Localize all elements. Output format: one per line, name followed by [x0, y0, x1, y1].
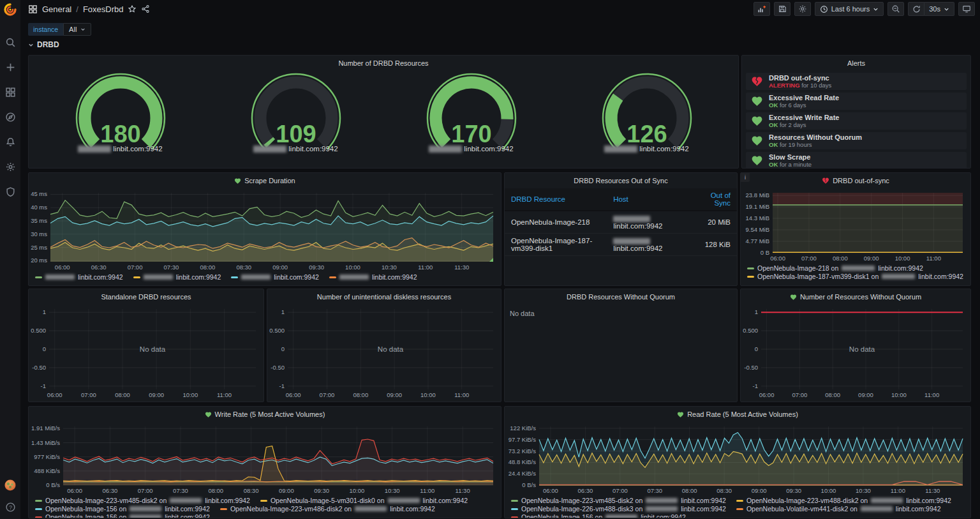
alerting-bell-icon[interactable]: [5, 137, 16, 147]
table-column-header[interactable]: Out of Sync: [695, 188, 737, 211]
panel-title[interactable]: Write Rate (5 Most Active Volumes): [29, 407, 501, 422]
svg-text:08:00: 08:00: [353, 391, 368, 398]
add-panel-button[interactable]: [754, 2, 770, 16]
time-series-plot[interactable]: 0 B/s24.4 KiB/s48.8 KiB/s73.2 KiB/s97.7 …: [505, 422, 970, 496]
clock-icon: [820, 5, 828, 13]
breadcrumb-title[interactable]: FoxesDrbd: [83, 4, 124, 14]
panel-info-corner[interactable]: i: [741, 173, 750, 182]
legend-item[interactable]: OpenNebula-Image-223-vm485-disk2 on linb…: [511, 497, 726, 504]
legend-host-suffix: linbit.com:9942: [78, 273, 123, 281]
svg-text:11:00: 11:00: [217, 391, 232, 398]
alert-item[interactable]: Slow ScrapeOK for a minute: [746, 152, 967, 169]
dashboards-icon[interactable]: [5, 87, 16, 98]
breadcrumb-section[interactable]: General: [42, 4, 71, 14]
time-series-plot[interactable]: 10.5000-0.50-106:0007:0008:0009:0010:001…: [267, 305, 501, 400]
panel-title[interactable]: Read Rate (5 Most Active Volumes): [505, 407, 970, 422]
dashboard-settings-button[interactable]: [794, 2, 811, 16]
server-admin-shield-icon[interactable]: [5, 186, 16, 197]
panel-title[interactable]: Number of unintentional diskless resourc…: [267, 289, 501, 305]
svg-text:122 KiB/s: 122 KiB/s: [510, 425, 536, 432]
panel-title[interactable]: Number of DRBD Resources: [29, 56, 738, 71]
search-icon[interactable]: [5, 37, 16, 48]
favorite-star-icon[interactable]: [128, 4, 137, 13]
redacted-host-prefix: [170, 498, 202, 503]
legend-item[interactable]: OpenNebula-Image-223-vm485-disk2 on linb…: [35, 497, 250, 504]
svg-text:1.91 MiB/s: 1.91 MiB/s: [31, 425, 60, 432]
heart-ok-icon: [751, 95, 763, 107]
panel-title[interactable]: Scrape Duration: [29, 173, 501, 188]
svg-text:08:00: 08:00: [833, 255, 848, 262]
share-icon[interactable]: [141, 4, 150, 13]
svg-text:07:30: 07:30: [647, 487, 662, 494]
legend-item[interactable]: OpenNebula-Image-218 on linbit.com:9942: [747, 264, 963, 272]
legend-series-name: OpenNebula-Image-156 on: [45, 505, 126, 513]
time-series-plot[interactable]: 0 B4.77 MiB9.54 MiB14.3 MiB19.1 MiB23.8 …: [741, 188, 970, 264]
configuration-gear-icon[interactable]: [5, 162, 16, 172]
svg-text:11:00: 11:00: [454, 391, 469, 398]
panel-title[interactable]: DRBD Resources Out of Sync: [505, 173, 737, 188]
legend-item[interactable]: OpenNebula-Image-156 on linbit.com:9942: [35, 513, 210, 518]
legend-host-suffix: linbit.com:9942: [423, 497, 468, 504]
alert-item[interactable]: Resources Without QuorumOK for 19 hours: [746, 132, 967, 149]
panel-title[interactable]: Standalone DRBD resources: [29, 289, 264, 305]
legend-item[interactable]: OpenNebula-Image-223-vm486-disk2 on linb…: [220, 505, 435, 513]
table-column-header[interactable]: DRBD Resource: [505, 188, 607, 211]
redacted-host-prefix: [388, 498, 420, 503]
svg-text:07:30: 07:30: [173, 487, 188, 494]
grafana-logo[interactable]: [0, 0, 20, 19]
time-series-plot[interactable]: 10.5000-0.50-106:0007:0008:0009:0010:001…: [29, 305, 264, 400]
svg-text:14.3 MiB: 14.3 MiB: [746, 214, 770, 222]
gauge: 126linbit.com:9942: [559, 71, 734, 169]
time-range-picker[interactable]: Last 6 hours: [815, 2, 884, 16]
zoom-out-time-button[interactable]: [887, 2, 904, 16]
svg-text:10:00: 10:00: [349, 487, 364, 494]
legend-item[interactable]: linbit.com:9942: [329, 273, 417, 281]
panel-standalone-drbd-resources: Standalone DRBD resources 10.5000-0.50-1…: [28, 289, 264, 402]
row-header-drbd[interactable]: DRBD: [28, 40, 59, 49]
refresh-button[interactable]: [908, 2, 924, 16]
variable-value-dropdown[interactable]: All: [63, 23, 91, 36]
time-series-plot[interactable]: 0 B/s488 KiB/s977 KiB/s1.43 MiB/s1.91 Mi…: [29, 422, 501, 496]
panel-title[interactable]: Number of Resources Without Quorum: [741, 289, 970, 305]
panel-title[interactable]: Alerts: [742, 56, 970, 71]
sidebar: ?: [0, 0, 20, 519]
legend-color-dash: [736, 508, 743, 510]
refresh-interval-picker[interactable]: 30s: [924, 2, 954, 16]
legend-item[interactable]: OpenNebula-Image-156 on linbit.com:9942: [511, 513, 686, 518]
chevron-down-icon: [28, 42, 34, 48]
legend-host-suffix: linbit.com:9942: [176, 273, 221, 281]
panel-number-of-drbd-resources: Number of DRBD Resources 180linbit.com:9…: [28, 55, 739, 169]
panel-title[interactable]: DRBD Resources Without Quorum: [505, 289, 737, 305]
panel-title[interactable]: DRBD out-of-sync: [741, 173, 970, 188]
svg-text:1: 1: [755, 308, 758, 315]
legend-item[interactable]: OpenNebula-Image-187-vm399-disk1 on linb…: [747, 273, 963, 280]
time-series-plot[interactable]: 20 ms25 ms30 ms35 ms40 ms45 ms06:0006:30…: [29, 188, 501, 273]
gauge: 170linbit.com:9942: [383, 71, 559, 169]
user-avatar[interactable]: [4, 479, 17, 492]
time-series-plot[interactable]: 10.5000-0.50-106:0007:0008:0009:0010:001…: [741, 305, 970, 400]
legend-item[interactable]: linbit.com:9942: [133, 273, 221, 281]
breadcrumb-separator: /: [76, 4, 78, 14]
redacted-host-prefix: [861, 506, 893, 511]
legend-item[interactable]: OpenNebula-Image-223-vm488-disk2 on linb…: [736, 497, 951, 504]
panel-alerts: Alerts DRBD out-of-syncALERTING for 10 d…: [741, 55, 971, 169]
legend-item[interactable]: OpenNebula-Image-156 on linbit.com:9942: [35, 505, 210, 513]
table-column-header[interactable]: Host: [607, 188, 695, 211]
help-icon[interactable]: ?: [5, 502, 16, 513]
legend-item[interactable]: linbit.com:9942: [35, 273, 123, 281]
svg-text:-1: -1: [753, 382, 758, 389]
legend-item[interactable]: OpenNebula-Volatile-vm441-disk2 on linbi…: [736, 505, 941, 513]
legend-item[interactable]: OpenNebula-Image-226-vm488-disk3 on linb…: [511, 505, 726, 513]
legend-item[interactable]: OpenNebula-Image-5-vm301-disk0 on linbit…: [260, 497, 468, 504]
svg-text:11:30: 11:30: [454, 264, 469, 271]
save-dashboard-button[interactable]: [774, 2, 791, 16]
alert-item[interactable]: Excessive Read RateOK for 6 days: [746, 93, 967, 110]
legend-host-suffix: linbit.com:9942: [681, 497, 726, 504]
explore-compass-icon[interactable]: [5, 112, 16, 123]
alert-item[interactable]: DRBD out-of-syncALERTING for 10 days: [746, 73, 967, 90]
legend-item[interactable]: linbit.com:9942: [231, 273, 319, 281]
svg-text:09:00: 09:00: [279, 487, 294, 494]
kiosk-mode-button[interactable]: [958, 2, 975, 16]
create-plus-icon[interactable]: [5, 62, 16, 73]
alert-item[interactable]: Excessive Write RateOK for 2 days: [746, 112, 967, 130]
